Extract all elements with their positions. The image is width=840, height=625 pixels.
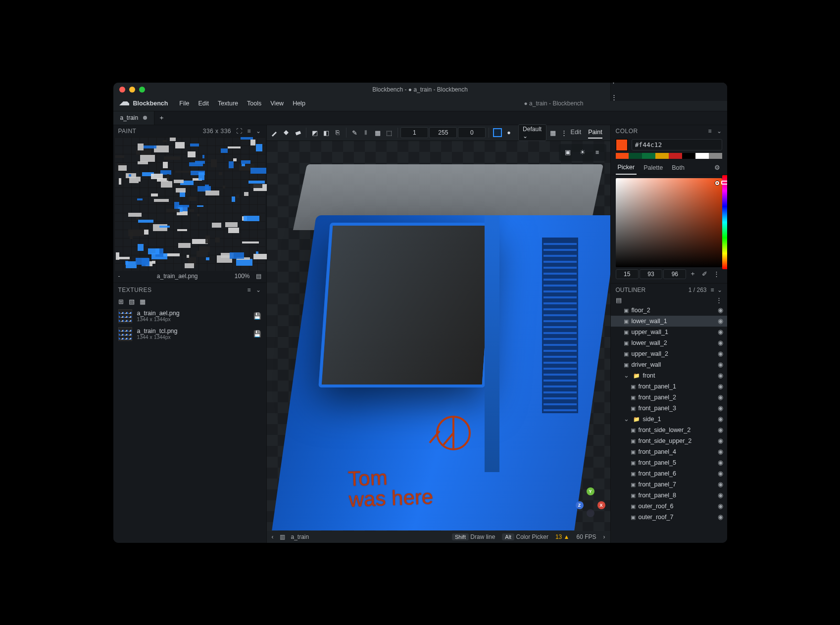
palette-swatch[interactable] bbox=[709, 153, 722, 159]
visibility-icon[interactable]: ◉ bbox=[718, 350, 723, 357]
visibility-icon[interactable]: ◉ bbox=[718, 481, 723, 488]
outliner-root-icon[interactable]: ▤ bbox=[616, 296, 622, 304]
outliner-cube[interactable]: lower_wall_2◉ bbox=[611, 337, 727, 348]
lock-alpha-icon[interactable]: ▦ bbox=[372, 126, 383, 139]
panel-menu-icon[interactable]: ≡ bbox=[247, 287, 251, 293]
mode-edit-tab[interactable]: Edit bbox=[571, 127, 582, 139]
more-icon[interactable]: ⋮ bbox=[611, 94, 721, 101]
visibility-icon[interactable]: ◉ bbox=[718, 459, 723, 466]
chevron-down-icon[interactable]: ⌄ bbox=[717, 128, 722, 135]
outliner-more-icon[interactable]: ⋮ bbox=[716, 296, 722, 304]
grid-icon[interactable]: ▦ bbox=[547, 126, 558, 139]
outliner-cube[interactable]: floor_2◉ bbox=[611, 305, 727, 316]
color-picker-tool-icon[interactable]: ✎ bbox=[349, 126, 360, 139]
visibility-icon[interactable]: ◉ bbox=[718, 448, 723, 455]
chevron-down-icon[interactable]: ⌄ bbox=[256, 287, 261, 293]
add-color-icon[interactable]: ＋ bbox=[687, 269, 698, 279]
view-menu-icon[interactable]: ≡ bbox=[591, 146, 604, 159]
picker-tab[interactable]: Picker bbox=[616, 161, 637, 175]
v-input[interactable]: 96 bbox=[663, 269, 686, 279]
brush-opacity-input[interactable]: 255 bbox=[429, 127, 457, 138]
document-tab[interactable]: a_train bbox=[113, 111, 155, 125]
3d-viewport[interactable]: Tom was here ▣ ☀ ≡ Y X Z bbox=[267, 141, 610, 531]
visibility-icon[interactable]: ◉ bbox=[718, 339, 723, 346]
menu-file[interactable]: File bbox=[175, 98, 194, 109]
current-color-swatch[interactable] bbox=[616, 139, 628, 151]
visibility-icon[interactable]: ◉ bbox=[718, 306, 723, 314]
panel-menu-icon[interactable]: ≡ bbox=[710, 287, 714, 293]
outliner-cube[interactable]: front_side_lower_2◉ bbox=[611, 425, 727, 435]
view-light-icon[interactable]: ☀ bbox=[576, 146, 590, 159]
chevron-down-icon[interactable]: ⌄ bbox=[717, 287, 722, 293]
color-palette[interactable] bbox=[611, 153, 727, 161]
both-tab[interactable]: Both bbox=[670, 161, 687, 174]
mode-paint-tab[interactable]: Paint bbox=[588, 127, 602, 139]
outliner-cube[interactable]: front_panel_3◉ bbox=[611, 403, 727, 414]
nav-back-icon[interactable]: ‹ bbox=[272, 533, 274, 540]
import-texture-button[interactable]: ▧ bbox=[129, 298, 135, 305]
outliner-cube[interactable]: upper_wall_2◉ bbox=[611, 348, 727, 359]
new-tab-button[interactable]: ＋ bbox=[154, 111, 168, 125]
hue-slider[interactable] bbox=[722, 175, 727, 269]
close-window-icon[interactable] bbox=[119, 87, 125, 93]
warnings-badge[interactable]: 13 ▲ bbox=[555, 533, 570, 540]
mirror-tool-icon[interactable]: ⫴ bbox=[361, 126, 371, 139]
add-texture-button[interactable]: ⊞ bbox=[118, 298, 124, 305]
arrange-textures-button[interactable]: ▦ bbox=[140, 298, 146, 305]
layout-icon[interactable]: ▤ bbox=[256, 273, 261, 280]
panel-menu-icon[interactable]: ≡ bbox=[247, 128, 251, 135]
palette-tab[interactable]: Palette bbox=[642, 161, 665, 174]
outliner-cube[interactable]: outer_roof_7◉ bbox=[611, 512, 727, 523]
visibility-icon[interactable]: ◉ bbox=[718, 372, 723, 379]
more-tools-icon[interactable]: ⋮ bbox=[559, 126, 569, 139]
clone-tool-icon[interactable]: ⎘ bbox=[333, 126, 343, 139]
sv-color-box[interactable] bbox=[616, 178, 722, 267]
menu-tools[interactable]: Tools bbox=[243, 98, 266, 109]
menu-texture[interactable]: Texture bbox=[213, 98, 243, 109]
eyedropper-icon[interactable]: ✐ bbox=[699, 269, 710, 279]
save-icon[interactable]: 💾 bbox=[253, 330, 261, 337]
palette-swatch[interactable] bbox=[629, 153, 642, 159]
gear-icon[interactable]: ⚙ bbox=[712, 161, 722, 174]
extension-icon[interactable]: ✦ bbox=[611, 83, 721, 86]
outliner-cube[interactable]: lower_wall_1◉ bbox=[611, 316, 727, 327]
visibility-icon[interactable]: ◉ bbox=[718, 361, 723, 368]
save-icon[interactable]: 💾 bbox=[253, 312, 261, 320]
fullscreen-icon[interactable]: ⛶ bbox=[236, 128, 243, 135]
palette-swatch[interactable] bbox=[616, 153, 629, 159]
outliner-cube[interactable]: front_panel_1◉ bbox=[611, 381, 727, 392]
menu-view[interactable]: View bbox=[266, 98, 288, 109]
outliner-cube[interactable]: upper_wall_1◉ bbox=[611, 327, 727, 337]
blend-mode-select[interactable]: Default ⌄ bbox=[518, 124, 546, 141]
visibility-icon[interactable]: ◉ bbox=[718, 317, 723, 325]
outliner-cube[interactable]: front_panel_6◉ bbox=[611, 468, 727, 479]
texture-item[interactable]: a_train_tcl.png 1344 x 1344px 💾 bbox=[113, 325, 266, 343]
brush-tool-icon[interactable] bbox=[270, 126, 280, 139]
maximize-window-icon[interactable] bbox=[139, 87, 145, 93]
outliner-cube[interactable]: front_panel_7◉ bbox=[611, 479, 727, 490]
outliner-cube[interactable]: outer_roof_6◉ bbox=[611, 501, 727, 512]
visibility-icon[interactable]: ◉ bbox=[718, 470, 723, 477]
orientation-gizmo[interactable]: Y X Z bbox=[576, 487, 605, 517]
eraser-tool-icon[interactable] bbox=[293, 126, 303, 139]
h-input[interactable]: 15 bbox=[616, 269, 639, 279]
visibility-icon[interactable]: ◉ bbox=[718, 502, 723, 510]
chevron-down-icon[interactable]: ⌄ bbox=[256, 128, 261, 135]
s-input[interactable]: 93 bbox=[640, 269, 662, 279]
shape-circle-icon[interactable]: ● bbox=[503, 126, 514, 139]
outliner-cube[interactable]: front_panel_4◉ bbox=[611, 446, 727, 457]
palette-swatch[interactable] bbox=[669, 153, 682, 159]
outliner-cube[interactable]: front_side_upper_2◉ bbox=[611, 435, 727, 446]
brush-size-input[interactable]: 1 bbox=[400, 127, 428, 138]
visibility-icon[interactable]: ◉ bbox=[718, 491, 723, 499]
texture-item[interactable]: a_train_ael.png 1344 x 1344px 💾 bbox=[113, 307, 266, 325]
brush-softness-input[interactable]: 0 bbox=[458, 127, 486, 138]
visibility-icon[interactable]: ◉ bbox=[718, 415, 723, 423]
outliner-folder[interactable]: side_1◉ bbox=[611, 414, 727, 425]
visibility-icon[interactable]: ◉ bbox=[718, 513, 723, 521]
minimize-window-icon[interactable] bbox=[129, 87, 135, 93]
palette-swatch[interactable] bbox=[642, 153, 655, 159]
shape-tool-icon[interactable]: ◩ bbox=[309, 126, 320, 139]
outliner-cube[interactable]: front_panel_5◉ bbox=[611, 457, 727, 468]
color-more-icon[interactable]: ⋮ bbox=[711, 269, 722, 279]
